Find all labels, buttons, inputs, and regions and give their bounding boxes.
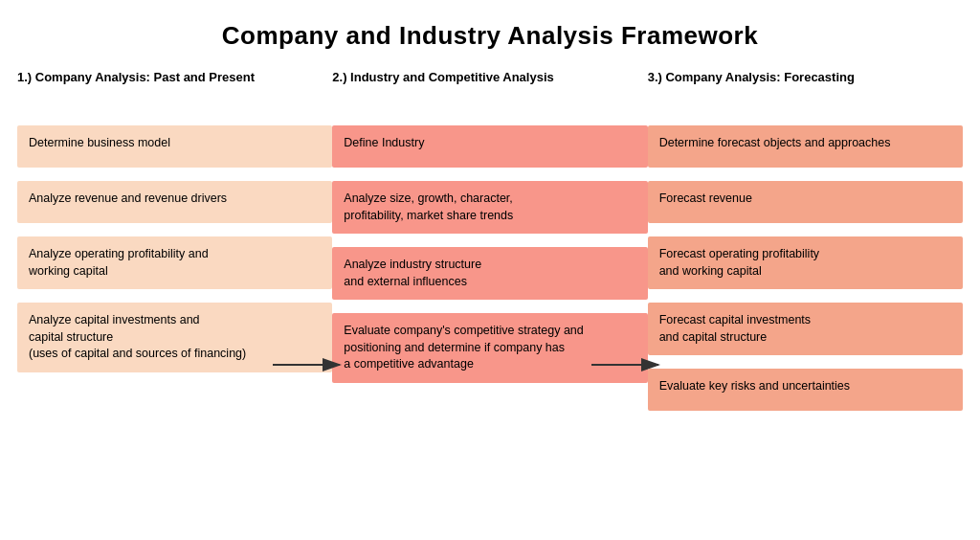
card-define-industry: Define Industry [332, 125, 647, 168]
card-analyze-size-growth: Analyze size, growth, character, profita… [332, 181, 647, 234]
card-determine-business-model: Determine business model [17, 125, 332, 168]
card-analyze-operating-profitability: Analyze operating profitability and work… [17, 236, 332, 289]
card-forecast-objects: Determine forecast objects and approache… [648, 125, 963, 168]
card-forecast-operating-profitability: Forecast operating profitability and wor… [648, 236, 963, 289]
column-header-3: 3.) Company Analysis: Forecasting [648, 70, 963, 104]
card-analyze-revenue-drivers: Analyze revenue and revenue drivers [17, 181, 332, 223]
card-analyze-capital-investments: Analyze capital investments and capital … [17, 303, 332, 372]
page-title: Company and Industry Analysis Framework [0, 0, 980, 60]
card-forecast-revenue: Forecast revenue [648, 181, 963, 223]
column-company-forecasting: 3.) Company Analysis: Forecasting Determ… [648, 70, 963, 424]
card-forecast-capital-investments: Forecast capital investments and capital… [648, 303, 963, 355]
column-company-past: 1.) Company Analysis: Past and Present D… [17, 70, 332, 424]
card-evaluate-key-risks: Evaluate key risks and uncertainties [648, 369, 963, 411]
column-industry-competitive: 2.) Industry and Competitive Analysis De… [332, 70, 647, 424]
column-header-2: 2.) Industry and Competitive Analysis [332, 70, 647, 104]
card-evaluate-competitive-strategy: Evaluate company's competitive strategy … [332, 313, 647, 383]
card-analyze-industry-structure: Analyze industry structure and external … [332, 247, 647, 300]
column-header-1: 1.) Company Analysis: Past and Present [17, 70, 332, 104]
